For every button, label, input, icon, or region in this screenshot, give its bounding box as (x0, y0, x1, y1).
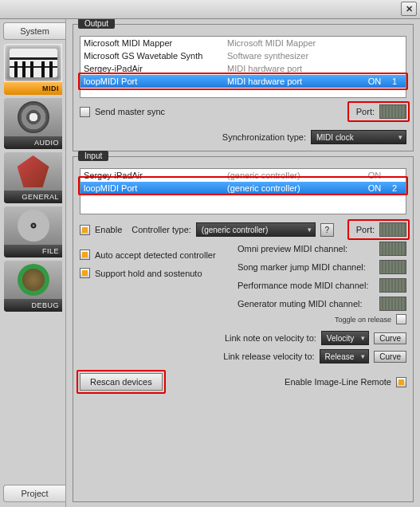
input-group: Input Sergey-iPadAir(generic controller)… (73, 156, 414, 502)
settings-window: ✕ System MIDI AUDIO GENERAL (0, 0, 420, 507)
group-title: Input (78, 151, 108, 161)
omni-channel-label: Omni preview MIDI channel: (237, 244, 373, 254)
sidebar-item-label: DEBUG (4, 299, 62, 312)
link-release-dropdown[interactable]: Release (320, 349, 370, 364)
curve-button-note-on[interactable]: Curve (374, 332, 406, 344)
enable-remote-checkbox[interactable] (396, 377, 406, 387)
close-icon: ✕ (406, 4, 413, 14)
sidebar-item-file[interactable]: FILE (3, 206, 63, 258)
list-item[interactable]: Sergey-iPadAirMIDI hardware port (80, 62, 406, 75)
list-item (80, 195, 406, 207)
output-device-list[interactable]: Microsoft MIDI MapperMicrosoft MIDI Mapp… (80, 36, 406, 98)
song-marker-spinner[interactable] (379, 260, 406, 274)
auto-accept-checkbox[interactable] (80, 250, 90, 260)
sidebar-item-label: MIDI (4, 82, 62, 95)
gen-muting-label: Generator muting MIDI channel: (237, 299, 373, 309)
port-label: Port: (356, 107, 375, 116)
output-group: Output Microsoft MIDI MapperMicrosoft MI… (73, 24, 414, 151)
support-hold-checkbox[interactable] (80, 268, 90, 278)
output-port-spinner[interactable] (379, 104, 406, 119)
list-item[interactable]: Microsoft MIDI MapperMicrosoft MIDI Mapp… (80, 37, 406, 49)
port-label: Port: (356, 225, 375, 234)
list-item-selected[interactable]: loopMIDI Port(generic controller)ON2 (80, 182, 406, 195)
support-hold-label: Support hold and sostenuto (95, 269, 202, 278)
titlebar: ✕ (0, 0, 420, 19)
auto-accept-label: Auto accept detected controller (95, 250, 216, 260)
window-body: System MIDI AUDIO GENERAL FILE (0, 19, 420, 507)
sidebar-item-audio[interactable]: AUDIO (3, 97, 63, 150)
tools-icon (4, 152, 62, 191)
sidebar-categories: MIDI AUDIO GENERAL FILE DEBUG (0, 41, 65, 485)
send-master-sync-checkbox[interactable] (80, 107, 90, 117)
sidebar-item-midi[interactable]: MIDI (3, 43, 63, 96)
sidebar-item-general[interactable]: GENERAL (3, 151, 63, 204)
toggle-release-checkbox[interactable] (396, 314, 406, 324)
input-options: Auto accept detected controller Support … (80, 242, 406, 324)
sidebar-item-label: GENERAL (4, 191, 62, 203)
tab-system[interactable]: System (3, 22, 65, 40)
list-item[interactable]: Microsoft GS Wavetable SynthSoftware syn… (80, 49, 406, 62)
link-note-on-label: Link note on velocity to: (225, 333, 316, 343)
toggle-release-label: Toggle on release (335, 316, 391, 324)
list-item-selected[interactable]: loopMIDI PortMIDI hardware portON1 (80, 75, 406, 88)
controller-type-dropdown[interactable]: (generic controller) (196, 222, 316, 237)
controller-type-label: Controller type: (131, 225, 191, 234)
close-button[interactable]: ✕ (401, 2, 417, 16)
input-port-spinner[interactable] (379, 222, 406, 237)
input-device-list[interactable]: Sergey-iPadAir(generic controller)ON loo… (80, 168, 406, 214)
song-marker-label: Song marker jump MIDI channel: (237, 262, 373, 272)
enable-label: Enable (95, 225, 122, 234)
sync-type-label: Synchronization type: (222, 132, 306, 142)
perf-mode-label: Performance mode MIDI channel: (237, 281, 373, 290)
perf-mode-spinner[interactable] (379, 278, 406, 293)
footer-row: Rescan devices Enable Image-Line Remote (80, 373, 406, 391)
enable-remote-label: Enable Image-Line Remote (285, 377, 391, 387)
help-button[interactable]: ? (320, 223, 334, 237)
curve-button-release[interactable]: Curve (374, 351, 406, 363)
enable-checkbox[interactable] (80, 225, 90, 235)
link-release-label: Link release velocity to: (223, 352, 314, 361)
sync-type-dropdown[interactable]: MIDI clock (311, 130, 406, 144)
bug-icon (4, 261, 62, 299)
send-master-sync-label: Send master sync (95, 107, 165, 116)
input-controls: Enable Controller type: (generic control… (80, 222, 406, 237)
link-note-on-dropdown[interactable]: Velocity (321, 331, 369, 345)
sidebar-item-debug[interactable]: DEBUG (3, 260, 63, 312)
gen-muting-spinner[interactable] (379, 297, 406, 311)
sidebar-item-label: FILE (4, 245, 62, 257)
group-title: Output (78, 19, 115, 29)
velocity-links: Link note on velocity to: Velocity Curve… (80, 331, 406, 364)
rescan-devices-button[interactable]: Rescan devices (80, 373, 163, 391)
midi-settings-panel: Output Microsoft MIDI MapperMicrosoft MI… (66, 19, 420, 507)
omni-channel-spinner[interactable] (379, 242, 406, 256)
midi-icon (4, 44, 62, 82)
sidebar: System MIDI AUDIO GENERAL FILE (0, 19, 66, 507)
sidebar-item-label: AUDIO (4, 136, 62, 149)
list-item[interactable]: Sergey-iPadAir(generic controller)ON (80, 169, 406, 182)
output-controls: Send master sync Port: (80, 104, 406, 119)
speaker-icon (4, 98, 62, 136)
disc-icon (4, 206, 62, 245)
tab-project[interactable]: Project (3, 485, 65, 502)
sync-type-row: Synchronization type: MIDI clock (80, 130, 406, 144)
